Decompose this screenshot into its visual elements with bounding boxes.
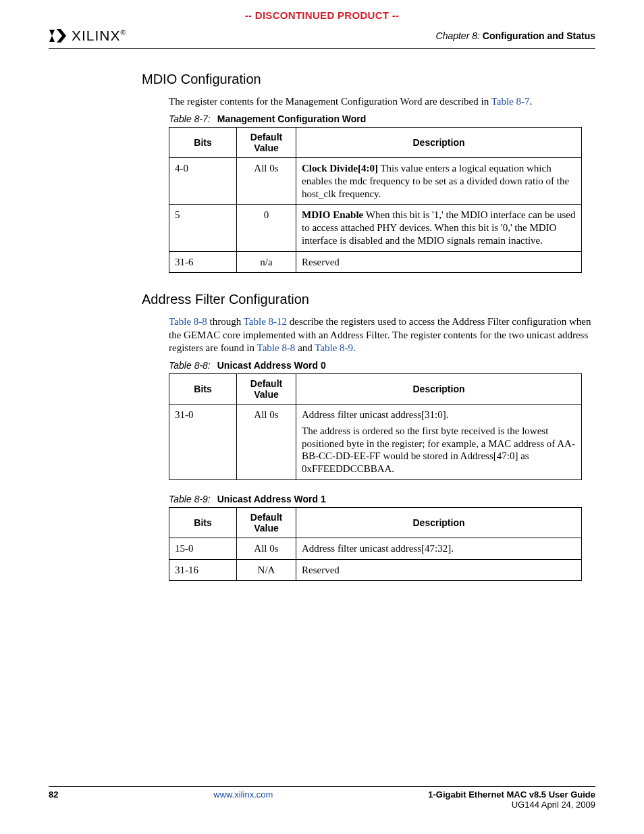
th-bits: Bits	[169, 128, 237, 158]
cell-desc: Reserved	[296, 251, 582, 273]
chapter-label: Chapter 8: Configuration and Status	[436, 30, 595, 41]
th-default: Default Value	[237, 507, 296, 538]
section-heading-mdio: MDIO Configuration	[142, 72, 595, 87]
cell-bits: 4-0	[169, 158, 237, 205]
cell-default: N/A	[237, 559, 296, 581]
table-row: 31-6 n/a Reserved	[169, 251, 582, 273]
th-description: Description	[296, 374, 582, 405]
link-table-8-8[interactable]: Table 8-8	[169, 316, 207, 327]
cell-default: All 0s	[237, 538, 296, 559]
section-heading-addr-filter: Address Filter Configuration	[142, 292, 595, 307]
chapter-title: Configuration and Status	[483, 30, 595, 41]
page-number: 82	[49, 789, 58, 810]
footer-rule	[49, 786, 595, 787]
logo: XILINX®	[49, 28, 126, 44]
table-8-8: Bits Default Value Description 31-0 All …	[169, 373, 582, 480]
caption-table-8-8: Table 8-8:Unicast Address Word 0	[169, 360, 595, 371]
table-8-7: Bits Default Value Description 4-0 All 0…	[169, 127, 582, 273]
caption-table-8-9: Table 8-9:Unicast Address Word 1	[169, 494, 595, 504]
table-header-row: Bits Default Value Description	[169, 128, 582, 158]
xilinx-mark-icon	[49, 28, 70, 44]
table-header-row: Bits Default Value Description	[169, 374, 582, 405]
svg-marker-2	[57, 29, 66, 43]
addr-filter-intro: Table 8-8 through Table 8-12 describe th…	[169, 315, 595, 355]
cell-bits: 5	[169, 205, 237, 251]
table-header-row: Bits Default Value Description	[169, 507, 582, 538]
th-description: Description	[296, 128, 582, 158]
cell-desc: Address filter unicast address[31:0]. Th…	[296, 405, 582, 480]
footer-url[interactable]: www.xilinx.com	[58, 789, 428, 810]
footer-right: 1-Gigabit Ethernet MAC v8.5 User Guide U…	[428, 789, 595, 810]
mdio-intro: The register contents for the Management…	[169, 95, 595, 108]
doc-title: 1-Gigabit Ethernet MAC v8.5 User Guide	[428, 789, 595, 800]
link-table-8-8b[interactable]: Table 8-8	[257, 342, 296, 353]
th-bits: Bits	[169, 507, 237, 538]
cell-default: 0	[237, 205, 296, 251]
page-header: XILINX® Chapter 8: Configuration and Sta…	[0, 25, 644, 44]
th-bits: Bits	[169, 374, 237, 405]
th-description: Description	[296, 507, 582, 538]
cell-default: All 0s	[237, 405, 296, 480]
th-default: Default Value	[237, 128, 296, 158]
table-8-9: Bits Default Value Description 15-0 All …	[169, 507, 582, 581]
link-table-8-9[interactable]: Table 8-9	[315, 342, 353, 353]
cell-desc: Address filter unicast address[47:32].	[296, 538, 582, 559]
logo-text: XILINX®	[72, 28, 126, 44]
page-content: MDIO Configuration The register contents…	[0, 49, 644, 581]
cell-desc: Reserved	[296, 559, 582, 581]
cell-bits: 31-16	[169, 559, 237, 581]
discontinued-banner: -- DISCONTINUED PRODUCT --	[0, 0, 644, 25]
chapter-prefix: Chapter 8:	[436, 30, 480, 41]
doc-id-date: UG144 April 24, 2009	[428, 800, 595, 810]
cell-default: n/a	[237, 251, 296, 273]
cell-bits: 31-6	[169, 251, 237, 273]
link-table-8-7[interactable]: Table 8-7	[491, 96, 530, 107]
table-row: 31-0 All 0s Address filter unicast addre…	[169, 405, 582, 480]
cell-bits: 31-0	[169, 405, 237, 480]
table-row: 15-0 All 0s Address filter unicast addre…	[169, 538, 582, 559]
svg-marker-1	[49, 36, 55, 42]
svg-marker-0	[49, 30, 55, 36]
cell-bits: 15-0	[169, 538, 237, 559]
link-table-8-12[interactable]: Table 8-12	[244, 316, 287, 327]
table-row: 31-16 N/A Reserved	[169, 559, 582, 581]
table-row: 5 0 MDIO Enable When this bit is '1,' th…	[169, 205, 582, 251]
cell-desc: MDIO Enable When this bit is '1,' the MD…	[296, 205, 582, 251]
page-footer: 82 www.xilinx.com 1-Gigabit Ethernet MAC…	[49, 786, 595, 810]
table-row: 4-0 All 0s Clock Divide[4:0] This value …	[169, 158, 582, 205]
caption-table-8-7: Table 8-7:Management Configuration Word	[169, 113, 595, 124]
cell-default: All 0s	[237, 158, 296, 205]
th-default: Default Value	[237, 374, 296, 405]
cell-desc: Clock Divide[4:0] This value enters a lo…	[296, 158, 582, 205]
